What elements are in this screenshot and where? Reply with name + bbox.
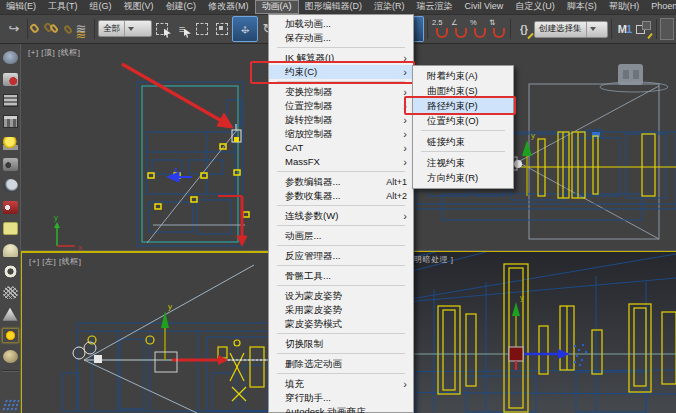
animation-menu-item-13[interactable]: 参数编辑器...Alt+1 <box>269 175 413 189</box>
constraints-submenu-item-5[interactable]: 链接约束 <box>413 134 513 149</box>
animation-menu-item-9[interactable]: 缩放控制器› <box>269 127 413 141</box>
select-and-move-icon[interactable]: ↔↕ <box>232 16 258 42</box>
toolbar-separator <box>427 19 428 39</box>
edit-named-selection-sets-icon[interactable]: {} <box>514 18 534 40</box>
animation-menu-item-22[interactable]: 骨骼工具... <box>269 269 413 283</box>
menubar-item-3[interactable]: 视图(V) <box>118 0 160 14</box>
teapot-icon[interactable] <box>3 51 18 64</box>
animation-menu-item-24[interactable]: 设为蒙皮姿势 <box>269 289 413 303</box>
animation-menu-item-11[interactable]: MassFX› <box>269 155 413 169</box>
align-icon[interactable] <box>635 20 653 38</box>
redo-icon[interactable]: ↪ <box>4 18 24 40</box>
animation-menu-item-14[interactable]: 参数收集器...Alt+2 <box>269 189 413 203</box>
select-by-name-icon[interactable]: ≡ <box>172 18 192 40</box>
menubar-item-7[interactable]: 图形编辑器(D) <box>299 0 369 14</box>
constraints-submenu-item-8[interactable]: 方向约束(R) <box>413 170 513 185</box>
mirror-icon[interactable]: M1 <box>615 18 635 40</box>
selection-filter-dropdown[interactable]: 全部 <box>98 20 152 37</box>
snap-toggle-icon[interactable]: 2.5 <box>431 18 450 40</box>
named-sets-dropdown[interactable]: 创建选择集 <box>534 21 608 38</box>
animation-menu-item-7[interactable]: 位置控制器› <box>269 99 413 113</box>
constraints-submenu-item-label: 注视约束 <box>427 155 465 170</box>
animation-menu-item-30[interactable]: 删除选定动画 <box>269 357 413 371</box>
animation-menu-item-26[interactable]: 蒙皮姿势模式 <box>269 317 413 331</box>
sun-icon[interactable] <box>3 329 18 342</box>
animation-menu-item-label: IK 解算器(I) <box>285 51 334 65</box>
svg-text:y: y <box>168 302 172 311</box>
constraints-submenu-item-1[interactable]: 曲面约束(S) <box>413 83 513 98</box>
menubar-item-13[interactable]: 帮助(H) <box>603 0 646 14</box>
animation-menu-item-20[interactable]: 反应管理器... <box>269 249 413 263</box>
menubar-item-2[interactable]: 组(G) <box>84 0 118 14</box>
constraints-submenu-item-label: 附着约束(A) <box>427 68 478 83</box>
animation-menu-item-32[interactable]: 填充› <box>269 377 413 391</box>
animation-menu-item-28[interactable]: 切换限制 <box>269 337 413 351</box>
menubar-item-1[interactable]: 工具(T) <box>42 0 84 14</box>
menubar-item-14[interactable]: Phoenix FD <box>645 0 676 14</box>
video-camera-icon[interactable] <box>3 201 18 214</box>
viewport-perspective-label[interactable]: 明暗处理 ] <box>414 254 453 265</box>
plane-icon[interactable] <box>3 222 18 235</box>
menubar-item-6[interactable]: 动画(A) <box>255 0 299 14</box>
shaded-sphere-icon[interactable] <box>3 179 18 192</box>
animation-menu-item-label: 填充 <box>285 377 304 391</box>
viewport-top-label[interactable]: [+] [顶] [线框] <box>28 47 80 58</box>
magnet-glyph <box>436 28 448 38</box>
viewport-left-label[interactable]: [+] [左] [线框] <box>29 256 81 267</box>
toolbar-separator <box>656 19 657 39</box>
animation-menu-item-4[interactable]: 约束(C)› <box>269 65 413 79</box>
rect-selection-region-icon[interactable] <box>192 18 212 40</box>
spinner-snap-icon[interactable]: ⇅ <box>488 18 507 40</box>
menubar-item-12[interactable]: 脚本(S) <box>561 0 603 14</box>
animation-menu-item-10[interactable]: CAT› <box>269 141 413 155</box>
panel-icon[interactable] <box>3 94 18 107</box>
select-object-icon[interactable] <box>152 18 172 40</box>
toolbar-right-cluster: 2.5 ∠ % ⇅ {} 创建选择集 M1 <box>410 14 674 44</box>
atoms-icon[interactable] <box>0 399 19 412</box>
toolbar-separator <box>94 19 95 39</box>
menubar-item-5[interactable]: 修改器(M) <box>202 0 255 14</box>
animation-menu-item-34[interactable]: Autodesk 动画商店... <box>269 405 413 413</box>
animation-menu-item-8[interactable]: 旋转控制器› <box>269 113 413 127</box>
animation-menu-item-3[interactable]: IK 解算器(I)› <box>269 51 413 65</box>
menubar-item-0[interactable]: 编辑(E) <box>0 0 42 14</box>
svg-text:x: x <box>78 243 82 250</box>
menubar-item-10[interactable]: Civil View <box>459 0 510 14</box>
select-and-link-icon[interactable] <box>31 18 51 40</box>
bind-to-space-warp-icon[interactable]: ≋ <box>71 18 91 40</box>
particle-spray-icon[interactable] <box>3 378 18 391</box>
animation-menu-item-16[interactable]: 连线参数(W)› <box>269 209 413 223</box>
constraints-submenu-item-7[interactable]: 注视约束 <box>413 155 513 170</box>
percent-snap-icon[interactable]: % <box>469 18 488 40</box>
animation-menu-item-18[interactable]: 动画层... <box>269 229 413 243</box>
cone-icon[interactable] <box>3 308 18 321</box>
constraints-submenu-separator <box>421 130 505 131</box>
ring-icon[interactable] <box>3 265 18 278</box>
dome-icon[interactable] <box>3 244 18 257</box>
window-crossing-icon[interactable] <box>212 18 232 40</box>
sphere-icon[interactable] <box>3 350 18 363</box>
animation-menu-item-25[interactable]: 采用蒙皮姿势 <box>269 303 413 317</box>
animation-menu-item-1[interactable]: 保存动画... <box>269 31 413 45</box>
constraints-submenu-item-0[interactable]: 附着约束(A) <box>413 68 513 83</box>
menubar-item-4[interactable]: 创建(C) <box>160 0 203 14</box>
clipped-toolbar-icon[interactable] <box>660 18 674 40</box>
animation-menu-item-33[interactable]: 穿行助手... <box>269 391 413 405</box>
named-sets-value: 创建选择集 <box>539 23 582 35</box>
wire-teapot-icon[interactable] <box>3 286 18 299</box>
animation-menu-item-0[interactable]: 加载动画... <box>269 17 413 31</box>
menubar-item-9[interactable]: 瑞云渲染 <box>411 0 459 14</box>
camera-icon[interactable] <box>3 158 18 171</box>
menubar-item-11[interactable]: 自定义(U) <box>509 0 561 14</box>
animation-menu-item-label: 反应管理器... <box>285 249 340 263</box>
angle-snap-icon[interactable]: ∠ <box>450 18 469 40</box>
unlink-selection-icon[interactable] <box>51 18 71 40</box>
constraints-submenu-item-2[interactable]: 路径约束(P) <box>413 98 513 113</box>
menubar-item-8[interactable]: 渲染(R) <box>368 0 411 14</box>
animation-menu-item-6[interactable]: 变换控制器› <box>269 85 413 99</box>
3dsmax-window: { "colors": { "accent_blue": "#3d6fa8", … <box>0 0 676 413</box>
material-window-icon[interactable] <box>3 73 18 86</box>
schedule-table-icon[interactable] <box>3 115 18 128</box>
light-bulb-icon[interactable] <box>3 137 18 150</box>
constraints-submenu-item-3[interactable]: 位置约束(O) <box>413 113 513 128</box>
